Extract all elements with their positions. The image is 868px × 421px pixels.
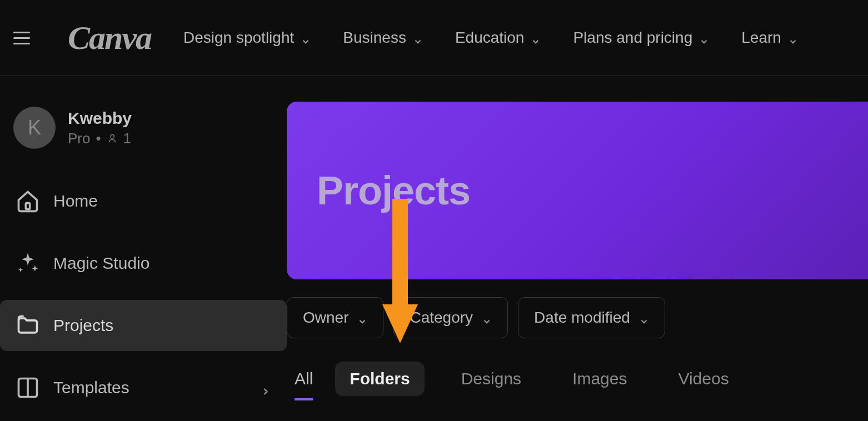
chevron-down-icon (301, 33, 311, 43)
user-member-count: 1 (123, 130, 131, 147)
filter-bar: Owner Category Date modified (287, 279, 868, 338)
tab-images[interactable]: Images (558, 362, 641, 396)
topnav-education[interactable]: Education (455, 29, 541, 47)
tab-folders[interactable]: Folders (335, 362, 424, 396)
chevron-down-icon (531, 33, 541, 43)
page-title: Projects (317, 168, 470, 213)
sidebar-item-templates[interactable]: Templates (0, 362, 287, 413)
person-icon (107, 133, 118, 144)
topnav-label: Learn (741, 29, 781, 47)
templates-icon (16, 375, 40, 400)
tab-all[interactable]: All (295, 362, 313, 396)
filter-owner[interactable]: Owner (287, 297, 383, 338)
user-info: Kwebby Pro • 1 (68, 109, 132, 147)
chevron-down-icon (357, 313, 367, 323)
sidebar-item-home[interactable]: Home (0, 176, 287, 227)
tab-designs[interactable]: Designs (447, 362, 536, 396)
chevron-right-icon (260, 382, 271, 393)
brand-logo[interactable]: Canva (68, 19, 151, 57)
chevron-down-icon (788, 33, 798, 43)
sidebar-nav: Home Magic Studio Projects Templates (0, 176, 287, 421)
filter-category[interactable]: Category (393, 297, 508, 338)
main-area: K Kwebby Pro • 1 Home (0, 76, 868, 421)
sidebar-item-label: Home (53, 192, 271, 210)
sidebar-item-magic-studio[interactable]: Magic Studio (0, 238, 287, 289)
chevron-down-icon (639, 313, 649, 323)
sparkle-icon (16, 251, 40, 275)
chevron-down-icon (699, 33, 709, 43)
top-navigation: Canva Design spotlight Business Educatio… (0, 0, 868, 76)
svg-point-0 (110, 134, 114, 138)
topnav-label: Design spotlight (183, 29, 294, 47)
filter-label: Category (410, 309, 473, 327)
filter-label: Date modified (534, 309, 630, 327)
topnav-business[interactable]: Business (343, 29, 423, 47)
sidebar-item-label: Magic Studio (53, 254, 271, 273)
sidebar-item-projects[interactable]: Projects (0, 300, 287, 351)
topnav-design-spotlight[interactable]: Design spotlight (183, 29, 311, 47)
home-icon (16, 189, 40, 213)
topnav-learn[interactable]: Learn (741, 29, 798, 47)
page-banner: Projects (287, 102, 868, 279)
tab-videos[interactable]: Videos (664, 362, 743, 396)
topnav-label: Education (455, 29, 525, 47)
filter-label: Owner (303, 309, 348, 327)
hamburger-menu-icon[interactable] (13, 27, 36, 49)
user-block[interactable]: K Kwebby Pro • 1 (0, 107, 287, 176)
user-meta: Pro • 1 (68, 130, 132, 147)
topnav-label: Business (343, 29, 406, 47)
top-menu: Design spotlight Business Education Plan… (183, 29, 798, 47)
svg-rect-1 (26, 203, 29, 209)
user-name: Kwebby (68, 109, 132, 128)
topnav-plans-pricing[interactable]: Plans and pricing (573, 29, 709, 47)
sidebar: K Kwebby Pro • 1 Home (0, 76, 287, 421)
folder-icon (16, 313, 40, 338)
content: Projects Owner Category Date modified (287, 76, 868, 421)
chevron-down-icon (482, 313, 492, 323)
topnav-label: Plans and pricing (573, 29, 692, 47)
sidebar-item-label: Templates (53, 378, 247, 397)
filter-date-modified[interactable]: Date modified (518, 297, 665, 338)
user-plan: Pro (68, 130, 90, 147)
avatar: K (13, 107, 56, 149)
tab-bar: All Folders Designs Images Videos (287, 338, 868, 396)
chevron-down-icon (413, 33, 423, 43)
sidebar-item-label: Projects (53, 316, 271, 335)
